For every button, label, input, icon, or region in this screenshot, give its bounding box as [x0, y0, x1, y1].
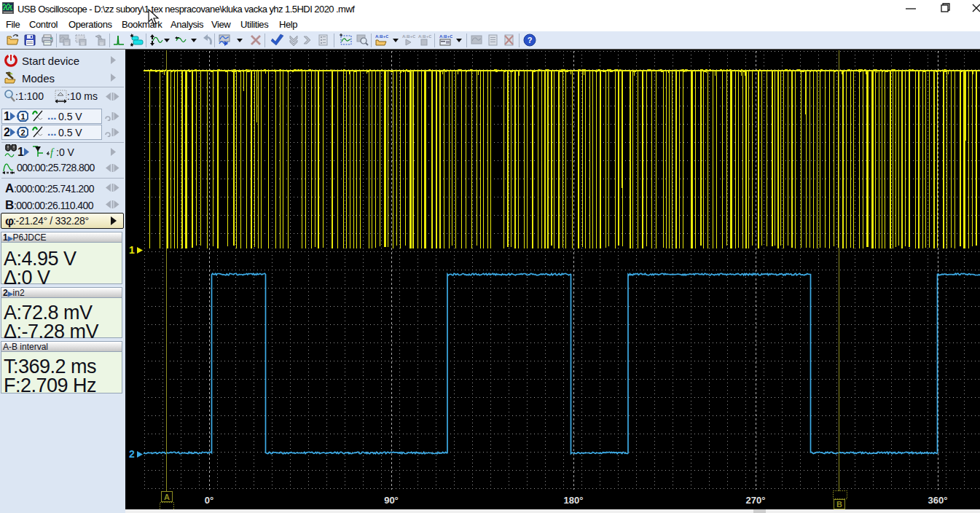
svg-text:270°: 270°	[746, 495, 766, 506]
svg-text:180°: 180°	[564, 495, 584, 506]
svg-text:2: 2	[129, 448, 135, 460]
svg-text:0°: 0°	[205, 495, 213, 506]
svg-text:?: ?	[528, 36, 533, 44]
svg-text:A:B+C: A:B+C	[402, 34, 415, 39]
svg-text:90°: 90°	[384, 495, 399, 506]
svg-text:A:B+C: A:B+C	[375, 34, 388, 39]
svg-text:2: 2	[20, 128, 25, 137]
svg-text:A:B+C: A:B+C	[418, 34, 431, 39]
svg-text:1: 1	[20, 112, 25, 121]
svg-text:A: A	[164, 493, 170, 501]
svg-text:360°: 360°	[928, 495, 948, 506]
svg-text:f: f	[50, 147, 55, 158]
svg-text:B: B	[836, 500, 842, 509]
svg-text:1: 1	[129, 244, 135, 256]
svg-text:A:B+C: A:B+C	[439, 34, 452, 39]
